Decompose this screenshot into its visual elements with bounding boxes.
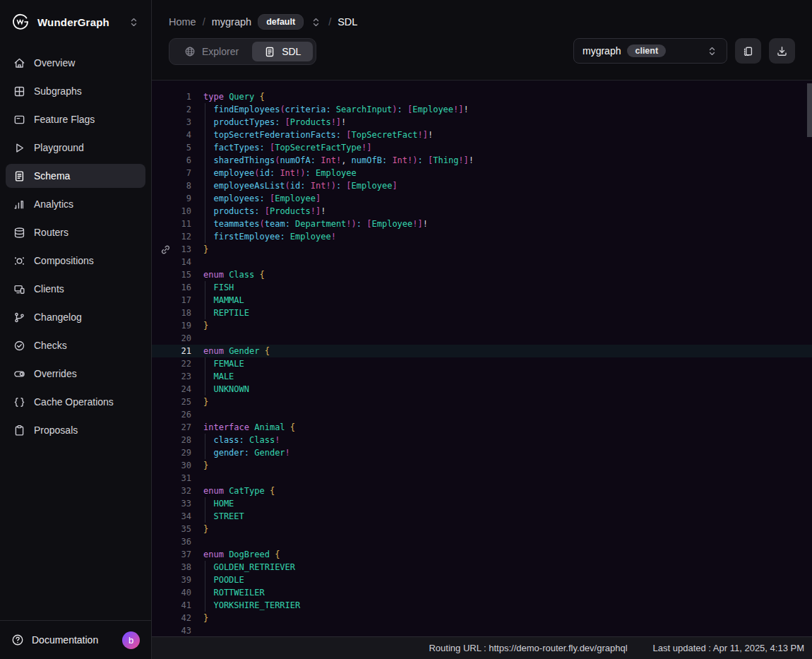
line-number: 17 (152, 294, 191, 307)
code-line[interactable]: 17 MAMMAL (152, 294, 812, 307)
code-line[interactable]: 9 employees: [Employee] (152, 192, 812, 205)
sdl-code-editor[interactable]: 1type Query {2 findEmployees(criteria: S… (152, 81, 812, 636)
sidebar-item-subgraphs[interactable]: Subgraphs (6, 79, 145, 103)
sidebar-item-overview[interactable]: Overview (6, 51, 145, 75)
sidebar-item-cache-operations[interactable]: Cache Operations (6, 390, 145, 414)
sidebar-item-label: Checks (34, 340, 67, 351)
editor-scrollbar[interactable] (807, 81, 812, 636)
tab-sdl[interactable]: SDL (252, 42, 313, 61)
code-text: enum CatType { (203, 485, 275, 497)
scrollbar-thumb[interactable] (807, 83, 812, 137)
line-number: 19 (152, 319, 191, 332)
sidebar-item-analytics[interactable]: Analytics (6, 192, 145, 216)
code-line[interactable]: 37enum DogBreed { (152, 548, 812, 561)
code-line[interactable]: 22 FEMALE (152, 357, 812, 370)
code-line[interactable]: 15enum Class { (152, 268, 812, 281)
sidebar-item-checks[interactable]: Checks (6, 333, 145, 357)
code-line[interactable]: 23 MALE (152, 370, 812, 383)
code-text: employees: [Employee] (203, 192, 321, 205)
code-line[interactable]: 38 GOLDEN_RETRIEVER (152, 561, 812, 574)
sidebar-item-playground[interactable]: Playground (6, 136, 145, 160)
breadcrumb-separator: / (328, 16, 331, 28)
clipboard-icon (13, 425, 25, 437)
code-line[interactable]: 4 topSecretFederationFacts: [TopSecretFa… (152, 129, 812, 141)
code-line[interactable]: 12 firstEmployee: Employee! (152, 230, 812, 243)
code-line[interactable]: 35} (152, 523, 812, 535)
download-icon (776, 45, 788, 57)
code-line[interactable]: 30} (152, 459, 812, 472)
code-line[interactable]: 32enum CatType { (152, 485, 812, 497)
download-button[interactable] (769, 38, 795, 64)
code-line[interactable]: 26 (152, 408, 812, 421)
code-line[interactable]: 1type Query { (152, 90, 812, 103)
code-line[interactable]: 13} (152, 243, 812, 256)
line-number: 32 (152, 485, 191, 497)
sidebar-item-proposals[interactable]: Proposals (6, 418, 145, 442)
sidebar-item-clients[interactable]: Clients (6, 277, 145, 301)
code-line[interactable]: 18 REPTILE (152, 307, 812, 319)
code-line[interactable]: 41 YORKSHIRE_TERRIER (152, 599, 812, 612)
code-line[interactable]: 10 products: [Products!]! (152, 205, 812, 218)
org-switcher[interactable]: WunderGraph (0, 0, 151, 44)
code-line[interactable]: 11 teammates(team: Department!): [Employ… (152, 218, 812, 230)
code-line[interactable]: 5 factTypes: [TopSecretFactType!] (152, 141, 812, 154)
line-number: 6 (152, 154, 191, 167)
sidebar-item-label: Clients (34, 283, 64, 295)
code-line[interactable]: 2 findEmployees(criteria: SearchInput): … (152, 103, 812, 116)
code-line[interactable]: 16 FISH (152, 281, 812, 294)
panel-icon (13, 114, 25, 126)
sidebar-item-schema[interactable]: Schema (6, 164, 145, 188)
file-icon (264, 46, 275, 57)
code-line[interactable]: 8 employeeAsList(id: Int!): [Employee] (152, 179, 812, 192)
breadcrumb-graph[interactable]: mygraph (212, 16, 251, 28)
code-line[interactable]: 40 ROTTWEILER (152, 586, 812, 599)
sidebar-item-changelog[interactable]: Changelog (6, 305, 145, 329)
line-number: 4 (152, 129, 191, 141)
code-line[interactable]: 34 STREET (152, 510, 812, 523)
code-text: enum DogBreed { (203, 548, 280, 561)
chevron-updown-icon[interactable] (128, 16, 140, 28)
code-line[interactable]: 29 gender: Gender! (152, 446, 812, 459)
chevron-updown-icon[interactable] (310, 16, 322, 28)
code-line[interactable]: 39 POODLE (152, 574, 812, 586)
code-line[interactable]: 7 employee(id: Int!): Employee (152, 167, 812, 179)
code-line[interactable]: 6 sharedThings(numOfA: Int!, numOfB: Int… (152, 154, 812, 167)
sidebar-item-overrides[interactable]: Overrides (6, 362, 145, 386)
devices-icon (13, 283, 25, 295)
code-line[interactable]: 42} (152, 612, 812, 624)
sidebar-item-routers[interactable]: Routers (6, 220, 145, 244)
namespace-badge[interactable]: default (258, 14, 304, 30)
line-number: 31 (152, 472, 191, 485)
code-line[interactable]: 36 (152, 535, 812, 548)
code-line[interactable]: 28 class: Class! (152, 434, 812, 446)
code-line[interactable]: 14 (152, 256, 812, 268)
code-line[interactable]: 3 productTypes: [Products!]! (152, 116, 812, 129)
code-line[interactable]: 25} (152, 396, 812, 408)
code-line[interactable]: 24 UNKNOWN (152, 383, 812, 396)
code-text: ROTTWEILER (203, 586, 265, 599)
database-icon (13, 227, 25, 239)
code-area: 1type Query {2 findEmployees(criteria: S… (152, 81, 812, 636)
code-line[interactable]: 20 (152, 332, 812, 345)
user-avatar[interactable]: b (122, 631, 140, 649)
code-line[interactable]: 33 HOME (152, 497, 812, 510)
code-line[interactable]: 27interface Animal { (152, 421, 812, 434)
line-number: 33 (152, 497, 191, 510)
link-icon[interactable] (160, 244, 172, 256)
line-number: 43 (152, 624, 191, 636)
documentation-link[interactable]: Documentation (32, 634, 98, 646)
code-line[interactable]: 43 (152, 624, 812, 636)
sidebar-item-compositions[interactable]: Compositions (6, 249, 145, 273)
code-line[interactable]: 31 (152, 472, 812, 485)
sidebar-item-feature-flags[interactable]: Feature Flags (6, 107, 145, 131)
copy-button[interactable] (735, 38, 761, 64)
breadcrumb: Home / mygraph default / SDL (169, 14, 795, 30)
tab-explorer[interactable]: Explorer (172, 42, 251, 61)
graph-select[interactable]: mygraph client (573, 38, 727, 64)
line-number: 35 (152, 523, 191, 535)
code-line[interactable]: 21enum Gender { (152, 345, 812, 357)
help-circle-icon[interactable] (11, 634, 24, 646)
breadcrumb-home[interactable]: Home (169, 16, 196, 28)
code-line[interactable]: 19} (152, 319, 812, 332)
sidebar-item-label: Proposals (34, 425, 78, 436)
